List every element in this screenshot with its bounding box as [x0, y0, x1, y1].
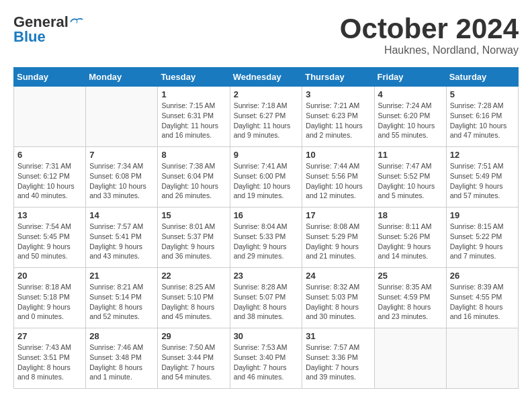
calendar-cell: 26Sunrise: 8:39 AM Sunset: 4:55 PM Dayli…: [446, 268, 518, 328]
calendar-cell: 21Sunrise: 8:21 AM Sunset: 5:14 PM Dayli…: [86, 268, 158, 328]
day-info: Sunrise: 8:39 AM Sunset: 4:55 PM Dayligh…: [450, 282, 515, 322]
calendar-cell: 5Sunrise: 7:28 AM Sunset: 6:16 PM Daylig…: [446, 87, 518, 147]
logo-blue: Blue: [13, 28, 46, 46]
day-info: Sunrise: 7:51 AM Sunset: 5:49 PM Dayligh…: [450, 161, 515, 201]
day-info: Sunrise: 8:15 AM Sunset: 5:22 PM Dayligh…: [450, 222, 515, 261]
day-info: Sunrise: 7:43 AM Sunset: 3:51 PM Dayligh…: [17, 342, 82, 382]
day-info: Sunrise: 7:15 AM Sunset: 6:31 PM Dayligh…: [161, 101, 226, 140]
calendar-cell: 10Sunrise: 7:44 AM Sunset: 5:56 PM Dayli…: [302, 147, 374, 208]
logo-bird-icon: [70, 17, 83, 26]
day-number: 11: [378, 150, 443, 160]
day-number: 31: [306, 331, 370, 341]
weekday-header-sunday: Sunday: [14, 68, 86, 87]
day-info: Sunrise: 8:08 AM Sunset: 5:29 PM Dayligh…: [306, 222, 370, 261]
weekday-header-saturday: Saturday: [446, 68, 518, 87]
day-info: Sunrise: 8:32 AM Sunset: 5:03 PM Dayligh…: [306, 282, 370, 322]
calendar-cell: 18Sunrise: 8:11 AM Sunset: 5:26 PM Dayli…: [374, 208, 446, 268]
day-number: 17: [306, 210, 370, 220]
day-info: Sunrise: 7:41 AM Sunset: 6:00 PM Dayligh…: [234, 161, 299, 201]
calendar-cell: 11Sunrise: 7:47 AM Sunset: 5:52 PM Dayli…: [374, 147, 446, 208]
day-number: 22: [161, 271, 226, 281]
calendar-cell: 14Sunrise: 7:57 AM Sunset: 5:41 PM Dayli…: [86, 208, 158, 268]
day-number: 16: [234, 210, 299, 220]
day-info: Sunrise: 7:18 AM Sunset: 6:27 PM Dayligh…: [234, 101, 299, 140]
day-info: Sunrise: 7:46 AM Sunset: 3:48 PM Dayligh…: [89, 342, 154, 382]
calendar-cell: 2Sunrise: 7:18 AM Sunset: 6:27 PM Daylig…: [230, 87, 302, 147]
calendar-cell: 8Sunrise: 7:38 AM Sunset: 6:04 PM Daylig…: [158, 147, 230, 208]
day-number: 7: [89, 150, 154, 160]
day-number: 5: [450, 89, 515, 99]
day-info: Sunrise: 8:21 AM Sunset: 5:14 PM Dayligh…: [89, 282, 154, 322]
logo: General Blue: [13, 13, 83, 46]
calendar-cell: 15Sunrise: 8:01 AM Sunset: 5:37 PM Dayli…: [158, 208, 230, 268]
day-number: 20: [17, 271, 82, 281]
day-info: Sunrise: 7:38 AM Sunset: 6:04 PM Dayligh…: [161, 161, 226, 201]
calendar-cell: [14, 87, 86, 147]
day-info: Sunrise: 7:53 AM Sunset: 3:40 PM Dayligh…: [234, 342, 299, 382]
calendar-cell: 7Sunrise: 7:34 AM Sunset: 6:08 PM Daylig…: [86, 147, 158, 208]
day-info: Sunrise: 8:01 AM Sunset: 5:37 PM Dayligh…: [161, 222, 226, 261]
calendar-cell: 25Sunrise: 8:35 AM Sunset: 4:59 PM Dayli…: [374, 268, 446, 328]
calendar-cell: 31Sunrise: 7:57 AM Sunset: 3:36 PM Dayli…: [302, 328, 374, 389]
calendar-cell: 4Sunrise: 7:24 AM Sunset: 6:20 PM Daylig…: [374, 87, 446, 147]
month-title: October 2024: [340, 13, 519, 44]
calendar-cell: 24Sunrise: 8:32 AM Sunset: 5:03 PM Dayli…: [302, 268, 374, 328]
day-info: Sunrise: 8:35 AM Sunset: 4:59 PM Dayligh…: [378, 282, 443, 322]
calendar-cell: [374, 328, 446, 389]
day-number: 2: [234, 89, 299, 99]
day-number: 26: [450, 271, 515, 281]
day-number: 9: [234, 150, 299, 160]
week-row-4: 20Sunrise: 8:18 AM Sunset: 5:18 PM Dayli…: [14, 268, 519, 328]
weekday-header-row: SundayMondayTuesdayWednesdayThursdayFrid…: [14, 68, 519, 87]
day-info: Sunrise: 8:04 AM Sunset: 5:33 PM Dayligh…: [234, 222, 299, 261]
day-info: Sunrise: 7:34 AM Sunset: 6:08 PM Dayligh…: [89, 161, 154, 201]
week-row-1: 1Sunrise: 7:15 AM Sunset: 6:31 PM Daylig…: [14, 87, 519, 147]
calendar-cell: 3Sunrise: 7:21 AM Sunset: 6:23 PM Daylig…: [302, 87, 374, 147]
calendar-cell: 9Sunrise: 7:41 AM Sunset: 6:00 PM Daylig…: [230, 147, 302, 208]
day-number: 23: [234, 271, 299, 281]
calendar-cell: 23Sunrise: 8:28 AM Sunset: 5:07 PM Dayli…: [230, 268, 302, 328]
day-number: 27: [17, 331, 82, 341]
calendar-cell: 12Sunrise: 7:51 AM Sunset: 5:49 PM Dayli…: [446, 147, 518, 208]
day-number: 4: [378, 89, 443, 99]
day-number: 6: [17, 150, 82, 160]
day-info: Sunrise: 8:28 AM Sunset: 5:07 PM Dayligh…: [234, 282, 299, 322]
week-row-5: 27Sunrise: 7:43 AM Sunset: 3:51 PM Dayli…: [14, 328, 519, 389]
day-info: Sunrise: 7:21 AM Sunset: 6:23 PM Dayligh…: [306, 101, 370, 140]
day-number: 10: [306, 150, 370, 160]
day-number: 14: [89, 210, 154, 220]
day-number: 25: [378, 271, 443, 281]
day-number: 19: [450, 210, 515, 220]
day-number: 1: [161, 89, 226, 99]
day-info: Sunrise: 7:54 AM Sunset: 5:45 PM Dayligh…: [17, 222, 82, 261]
day-info: Sunrise: 7:57 AM Sunset: 3:36 PM Dayligh…: [306, 342, 370, 382]
calendar-cell: 19Sunrise: 8:15 AM Sunset: 5:22 PM Dayli…: [446, 208, 518, 268]
calendar-table: SundayMondayTuesdayWednesdayThursdayFrid…: [13, 67, 519, 389]
weekday-header-friday: Friday: [374, 68, 446, 87]
calendar-cell: 28Sunrise: 7:46 AM Sunset: 3:48 PM Dayli…: [86, 328, 158, 389]
title-block: October 2024 Hauknes, Nordland, Norway: [340, 13, 519, 56]
weekday-header-monday: Monday: [86, 68, 158, 87]
day-info: Sunrise: 7:28 AM Sunset: 6:16 PM Dayligh…: [450, 101, 515, 140]
day-number: 3: [306, 89, 370, 99]
day-number: 8: [161, 150, 226, 160]
day-number: 30: [234, 331, 299, 341]
day-number: 28: [89, 331, 154, 341]
calendar-cell: 22Sunrise: 8:25 AM Sunset: 5:10 PM Dayli…: [158, 268, 230, 328]
day-number: 24: [306, 271, 370, 281]
weekday-header-thursday: Thursday: [302, 68, 374, 87]
page-header: General Blue October 2024 Hauknes, Nordl…: [13, 13, 519, 56]
calendar-cell: 29Sunrise: 7:50 AM Sunset: 3:44 PM Dayli…: [158, 328, 230, 389]
calendar-cell: 27Sunrise: 7:43 AM Sunset: 3:51 PM Dayli…: [14, 328, 86, 389]
day-info: Sunrise: 7:44 AM Sunset: 5:56 PM Dayligh…: [306, 161, 370, 201]
day-info: Sunrise: 8:25 AM Sunset: 5:10 PM Dayligh…: [161, 282, 226, 322]
calendar-cell: 20Sunrise: 8:18 AM Sunset: 5:18 PM Dayli…: [14, 268, 86, 328]
day-number: 12: [450, 150, 515, 160]
day-info: Sunrise: 7:50 AM Sunset: 3:44 PM Dayligh…: [161, 342, 226, 382]
day-info: Sunrise: 7:31 AM Sunset: 6:12 PM Dayligh…: [17, 161, 82, 201]
calendar-cell: 6Sunrise: 7:31 AM Sunset: 6:12 PM Daylig…: [14, 147, 86, 208]
day-info: Sunrise: 7:47 AM Sunset: 5:52 PM Dayligh…: [378, 161, 443, 201]
calendar-cell: 17Sunrise: 8:08 AM Sunset: 5:29 PM Dayli…: [302, 208, 374, 268]
location-subtitle: Hauknes, Nordland, Norway: [340, 44, 519, 56]
day-info: Sunrise: 8:18 AM Sunset: 5:18 PM Dayligh…: [17, 282, 82, 322]
